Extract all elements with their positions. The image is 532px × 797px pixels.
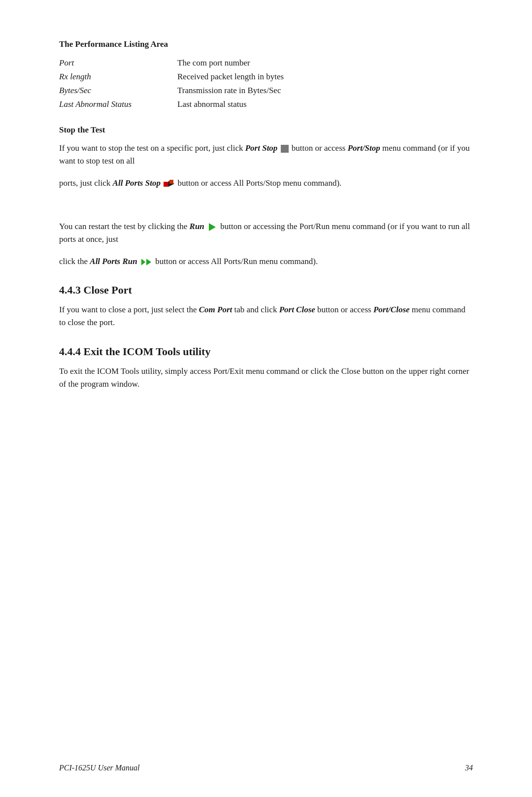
run-label: Run: [190, 222, 204, 231]
term-rx-length: Rx length: [59, 70, 177, 84]
all-ports-run-label: All Ports Run: [90, 257, 137, 266]
term-bytes-sec: Bytes/Sec: [59, 84, 177, 98]
table-row: Last Abnormal Status Last abnormal statu…: [59, 98, 473, 111]
section-443-body: If you want to close a port, just select…: [59, 303, 473, 330]
footer-left: PCI-1625U User Manual: [59, 764, 140, 772]
table-row: Port The com port number: [59, 56, 473, 70]
all-ports-stop-icon: [164, 179, 174, 189]
stop-para-2: ports, just click All Ports Stop button …: [59, 177, 473, 190]
port-close-label: Port Close: [279, 305, 315, 314]
all-ports-stop-label: All Ports Stop: [113, 178, 161, 188]
port-stop-icon: [281, 145, 289, 153]
svg-rect-2: [169, 180, 173, 184]
section-443-body-text: If you want to close a port, just select…: [59, 305, 199, 314]
stop-test-heading: Stop the Test: [59, 125, 473, 135]
footer: PCI-1625U User Manual 34: [59, 764, 473, 772]
stop-para-1: If you want to stop the test on a specif…: [59, 142, 473, 168]
stop-para-2-text: ports, just click: [59, 178, 113, 188]
def-bytes-sec: Transmission rate in Bytes/Sec: [177, 84, 473, 98]
def-rx-length: Received packet length in bytes: [177, 70, 473, 84]
table-row: Rx length Received packet length in byte…: [59, 70, 473, 84]
section-443-heading: 4.4.3 Close Port: [59, 284, 473, 297]
port-stop-label: Port Stop: [245, 143, 278, 153]
run-icon: [208, 223, 217, 232]
term-port: Port: [59, 56, 177, 70]
restart-para-2-cont: button or access All Ports/Run menu comm…: [155, 257, 318, 266]
all-ports-run-icon: [141, 258, 152, 266]
restart-para-2-text: click the: [59, 257, 90, 266]
com-port-label: Com Port: [199, 305, 233, 314]
performance-listing-heading: The Performance Listing Area: [59, 39, 473, 49]
port-close-menu: Port/Close: [373, 305, 410, 314]
section-444-body: To exit the ICOM Tools utility, simply a…: [59, 365, 473, 391]
svg-marker-5: [146, 259, 151, 266]
def-port: The com port number: [177, 56, 473, 70]
svg-rect-0: [164, 182, 168, 187]
stop-para-1-cont: button or access: [292, 143, 348, 153]
section-443-body2: tab and click: [232, 305, 279, 314]
performance-table: Port The com port number Rx length Recei…: [59, 56, 473, 111]
stop-para-2-cont: button or access All Ports/Stop menu com…: [177, 178, 341, 188]
svg-marker-4: [141, 259, 145, 266]
def-last-abnormal: Last abnormal status: [177, 98, 473, 111]
section-444-heading: 4.4.4 Exit the ICOM Tools utility: [59, 345, 473, 358]
restart-para-2: click the All Ports Run button or access…: [59, 255, 473, 268]
svg-marker-3: [209, 223, 216, 231]
restart-para-1-text: You can restart the test by clicking the: [59, 222, 190, 231]
stop-para-1-text: If you want to stop the test on a specif…: [59, 143, 245, 153]
table-row: Bytes/Sec Transmission rate in Bytes/Sec: [59, 84, 473, 98]
section-443-body3: button or access: [315, 305, 373, 314]
term-last-abnormal: Last Abnormal Status: [59, 98, 177, 111]
page: The Performance Listing Area Port The co…: [0, 0, 532, 797]
footer-right: 34: [465, 764, 473, 772]
port-stop-menu: Port/Stop: [348, 143, 380, 153]
restart-para-1: You can restart the test by clicking the…: [59, 220, 473, 246]
